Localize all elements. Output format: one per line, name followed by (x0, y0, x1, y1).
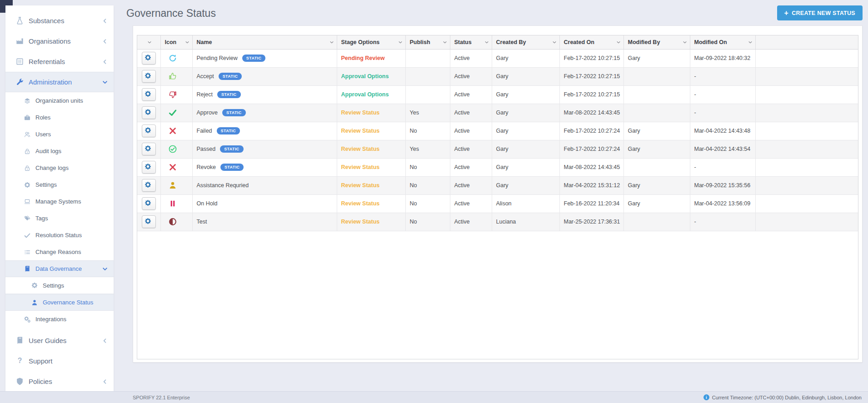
cell-status: Active (450, 213, 492, 231)
cell-publish: No (405, 213, 450, 231)
cell-status: Active (450, 85, 492, 104)
chevron-down-icon[interactable] (443, 40, 447, 45)
cell-created-by: Gary (492, 67, 559, 85)
table-row[interactable]: RejectSTATICApproval OptionsActiveGaryFe… (137, 85, 858, 104)
column-label: Icon (165, 39, 177, 45)
column-header-modified_by[interactable]: Modified By (624, 35, 690, 49)
stage-option: Review Status (341, 164, 380, 170)
column-header-publish[interactable]: Publish (405, 35, 450, 49)
sidebar-item-referentials[interactable]: Referentials (5, 51, 114, 72)
check-bold-icon (168, 108, 177, 117)
table-row[interactable]: Assistance RequriedReview StatusNoActive… (137, 176, 858, 194)
cell-status: Active (450, 49, 492, 67)
laptop-icon (24, 198, 31, 205)
chevron-down-icon[interactable] (484, 40, 489, 45)
row-settings-button[interactable] (142, 70, 156, 83)
gear-icon (144, 108, 153, 117)
shield-icon (15, 377, 24, 386)
row-settings-button[interactable] (142, 179, 156, 192)
page-title: Governance Status (126, 0, 868, 20)
sidebar-item-data-governance[interactable]: Data Governance (5, 260, 114, 277)
column-header-actions[interactable] (137, 35, 160, 49)
chevron-down-icon[interactable] (185, 40, 190, 45)
cell-publish (405, 49, 450, 67)
table-row[interactable]: PassedSTATICReview StatusYesActiveGaryFe… (137, 140, 858, 158)
sidebar-item-policies[interactable]: Policies (5, 371, 114, 392)
row-settings-button[interactable] (142, 197, 156, 210)
cell-modified-on: - (690, 104, 755, 122)
cell-icon (160, 49, 192, 67)
sidebar-item-label: Policies (29, 378, 102, 385)
column-header-modified_on[interactable]: Modified On (690, 35, 755, 49)
column-header-icon[interactable]: Icon (160, 35, 192, 49)
sidebar-item-user-guides[interactable]: User Guides (5, 330, 114, 351)
sidebar-item-label: Tags (35, 215, 108, 222)
table-row[interactable]: On HoldReview StatusNoActiveAlisonFeb-16… (137, 194, 858, 213)
timezone-note: i Current Timezone: (UTC+00:00) Dublin, … (703, 394, 862, 400)
column-header-status[interactable]: Status (450, 35, 492, 49)
table-row[interactable]: RevokeSTATICReview StatusNoActiveGaryMar… (137, 158, 858, 176)
sidebar-item-settings[interactable]: Settings (5, 176, 114, 193)
column-header-created_by[interactable]: Created By (492, 35, 559, 49)
cell-status: Active (450, 194, 492, 213)
sidebar-item-audit-logs[interactable]: Audit logs (5, 143, 114, 159)
cell-created-by: Gary (492, 140, 559, 158)
table-row[interactable]: Pending ReviewSTATICPending ReviewActive… (137, 49, 858, 67)
sidebar-item-dg-settings[interactable]: Settings (5, 277, 114, 294)
row-settings-button[interactable] (142, 161, 156, 174)
row-settings-button[interactable] (142, 88, 156, 101)
cell-actions (137, 67, 160, 85)
column-header-stage[interactable]: Stage Options (337, 35, 405, 49)
create-new-status-button[interactable]: + CREATE NEW STATUS (777, 5, 863, 20)
chevron-down-icon[interactable] (147, 40, 152, 45)
flask-icon (15, 16, 24, 25)
chevron-down-icon[interactable] (398, 40, 403, 45)
sidebar-item-manage-systems[interactable]: Manage Systems (5, 193, 114, 210)
row-settings-button[interactable] (142, 106, 156, 119)
table-row[interactable]: AcceptSTATICApproval OptionsActiveGaryFe… (137, 67, 858, 85)
cell-created-by: Gary (492, 104, 559, 122)
sidebar-item-integrations[interactable]: Integrations (5, 311, 114, 328)
cell-name: Test (192, 213, 337, 231)
table-row[interactable]: ApproveSTATICReview StatusYesActiveGaryM… (137, 104, 858, 122)
chevron-down-icon[interactable] (748, 40, 753, 45)
row-settings-button[interactable] (142, 124, 156, 137)
chevron-down-icon[interactable] (683, 40, 687, 45)
static-badge: STATIC (220, 145, 244, 153)
sidebar-item-substances[interactable]: Substances (5, 10, 114, 31)
person-icon (168, 181, 177, 190)
row-settings-button[interactable] (142, 143, 156, 155)
sidebar-item-tags[interactable]: Tags (5, 210, 114, 227)
sidebar-item-resolution-status[interactable]: Resolution Status (5, 227, 114, 244)
gear-icon (144, 217, 153, 226)
table-row[interactable]: FailedSTATICReview StatusNoActiveGaryFeb… (137, 122, 858, 140)
sidebar-item-change-logs[interactable]: Change logs (5, 159, 114, 176)
column-header-name[interactable]: Name (192, 35, 337, 49)
row-settings-button[interactable] (142, 52, 156, 65)
sidebar-item-roles[interactable]: Roles (5, 109, 114, 126)
sidebar-item-support[interactable]: ?Support (5, 351, 114, 371)
sidebar-item-users[interactable]: Users (5, 126, 114, 143)
thumbs-down-icon (168, 90, 177, 99)
status-name: Reject (197, 91, 213, 98)
sidebar-item-organization-units[interactable]: Organization units (5, 92, 114, 109)
sidebar-item-administration[interactable]: Administration (5, 72, 114, 92)
static-badge: STATIC (220, 164, 244, 171)
sidebar-item-governance-status[interactable]: Governance Status (5, 294, 114, 311)
sidebar-item-label: Administration (29, 78, 102, 86)
pause-icon (168, 199, 177, 208)
row-settings-button[interactable] (142, 215, 156, 228)
cell-modified-on: Mar-04-2022 14:43:54 (690, 140, 755, 158)
sidebar-item-change-reasons[interactable]: Change Reasons (5, 244, 114, 260)
chevron-down-icon[interactable] (552, 40, 557, 45)
table-row[interactable]: TestReview StatusNoActiveLucianaMar-25-2… (137, 213, 858, 231)
cell-status: Active (450, 104, 492, 122)
chevron-down-icon[interactable] (616, 40, 621, 45)
chevron-down-icon[interactable] (329, 40, 334, 45)
column-header-created_on[interactable]: Created On (559, 35, 624, 49)
cell-stage-options: Approval Options (337, 85, 405, 104)
sidebar-item-organisations[interactable]: Organisations (5, 31, 114, 51)
cell-filler (755, 194, 858, 213)
cell-modified-by: Gary (624, 140, 690, 158)
cell-actions (137, 194, 160, 213)
